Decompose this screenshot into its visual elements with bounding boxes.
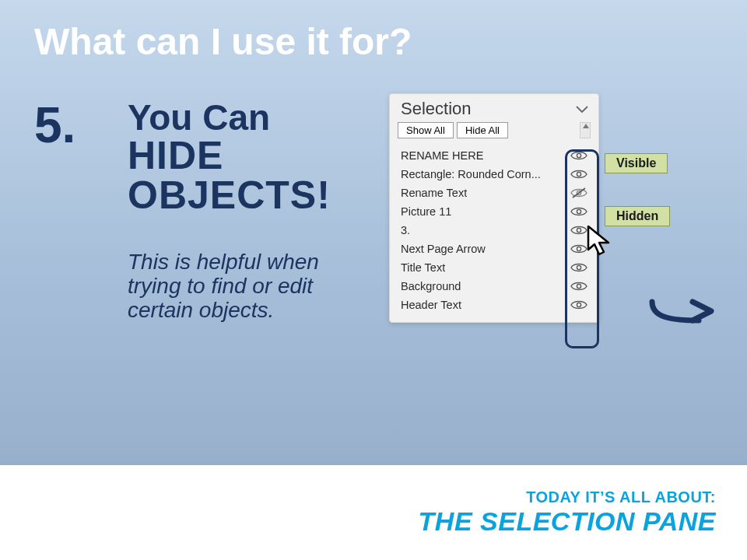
eye-hidden-icon[interactable] bbox=[570, 187, 587, 199]
headline-line-2: HIDE bbox=[128, 136, 384, 176]
eye-visible-icon[interactable] bbox=[570, 280, 587, 292]
svg-point-6 bbox=[577, 247, 580, 250]
footer-line-1: TODAY IT’S ALL ABOUT: bbox=[526, 488, 716, 506]
list-item-label: Next Page Arrow bbox=[401, 243, 486, 255]
eye-visible-icon[interactable] bbox=[570, 243, 587, 255]
list-item[interactable]: RENAME HERE bbox=[390, 146, 598, 165]
eye-visible-icon[interactable] bbox=[570, 205, 587, 218]
subtitle-text: This is helpful when trying to find or e… bbox=[128, 250, 369, 322]
hidden-callout: Hidden bbox=[605, 206, 670, 226]
list-item-label: RENAME HERE bbox=[401, 149, 483, 162]
footer: TODAY IT’S ALL ABOUT: THE SELECTION PANE bbox=[0, 465, 747, 560]
selection-pane-header: Selection bbox=[390, 94, 598, 122]
collapse-icon[interactable] bbox=[575, 99, 589, 119]
svg-point-5 bbox=[577, 228, 580, 232]
selection-pane-title: Selection bbox=[401, 99, 472, 119]
list-item-label: Background bbox=[401, 280, 461, 292]
list-item[interactable]: Picture 11 bbox=[390, 202, 598, 221]
next-page-arrow[interactable] bbox=[647, 296, 717, 328]
list-item-label: 3. bbox=[401, 224, 410, 236]
footer-line-2: THE SELECTION PANE bbox=[419, 506, 716, 537]
eye-visible-icon[interactable] bbox=[570, 261, 587, 274]
list-item[interactable]: Rectangle: Rounded Corn... bbox=[390, 165, 598, 184]
svg-point-9 bbox=[577, 303, 580, 306]
show-all-button[interactable]: Show All bbox=[398, 122, 454, 138]
svg-point-0 bbox=[577, 153, 580, 157]
step-number: 5. bbox=[34, 96, 75, 154]
selection-pane-toolbar: Show All Hide All bbox=[390, 122, 598, 143]
list-item[interactable]: Title Text bbox=[390, 258, 598, 277]
scrollbar-up-button[interactable] bbox=[580, 122, 591, 138]
list-item[interactable]: Rename Text bbox=[390, 184, 598, 202]
headline-line-3: OBJECTS! bbox=[128, 176, 384, 215]
eye-visible-icon[interactable] bbox=[570, 168, 587, 180]
eye-visible-icon[interactable] bbox=[570, 224, 587, 236]
page-title: What can I use it for? bbox=[34, 20, 412, 63]
svg-point-7 bbox=[577, 265, 580, 269]
list-item[interactable]: Background bbox=[390, 277, 598, 296]
list-item[interactable]: Next Page Arrow bbox=[390, 240, 598, 258]
eye-visible-icon[interactable] bbox=[570, 299, 587, 311]
hide-all-button[interactable]: Hide All bbox=[457, 122, 508, 138]
svg-point-8 bbox=[577, 284, 580, 288]
slide: What can I use it for? 5. You Can HIDE O… bbox=[0, 0, 747, 560]
list-item-label: Picture 11 bbox=[401, 205, 451, 218]
visible-callout: Visible bbox=[605, 153, 668, 173]
headline: You Can HIDE OBJECTS! bbox=[128, 100, 384, 215]
eye-visible-icon[interactable] bbox=[570, 149, 587, 162]
list-item-label: Title Text bbox=[401, 261, 445, 274]
list-item[interactable]: Header Text bbox=[390, 296, 598, 314]
selection-pane: Selection Show All Hide All RENAME HERER… bbox=[389, 93, 599, 323]
list-item-label: Rename Text bbox=[401, 187, 467, 199]
headline-line-1: You Can bbox=[128, 100, 384, 136]
list-item[interactable]: 3. bbox=[390, 221, 598, 240]
list-item-label: Header Text bbox=[401, 299, 461, 311]
svg-point-4 bbox=[577, 209, 580, 213]
svg-point-1 bbox=[577, 172, 580, 176]
list-item-label: Rectangle: Rounded Corn... bbox=[401, 168, 541, 180]
selection-pane-list: RENAME HERERectangle: Rounded Corn...Ren… bbox=[390, 143, 598, 322]
